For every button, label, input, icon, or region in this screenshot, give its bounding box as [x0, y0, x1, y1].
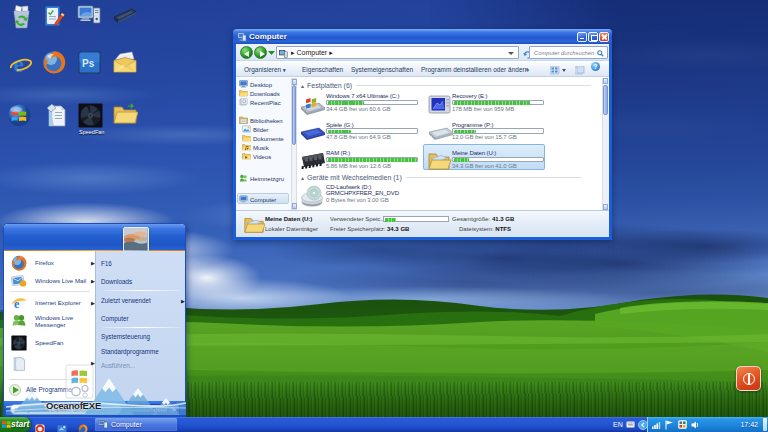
svg-text:Ps: Ps — [82, 58, 95, 69]
